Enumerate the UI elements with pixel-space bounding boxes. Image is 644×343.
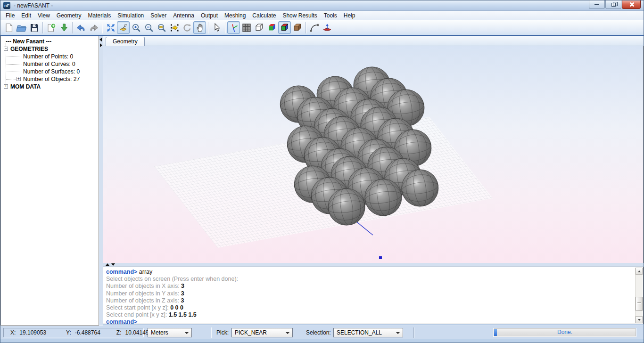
scrollbar-grip [637,302,641,304]
progress-text: Done. [494,329,636,335]
import-button[interactable] [58,21,70,34]
green-down-arrow-icon [58,22,70,33]
console-line: command> [106,318,643,324]
tree-line [6,79,17,80]
toolbar-separator [102,22,102,33]
redo-icon [88,22,99,33]
expand-expander[interactable]: + [4,84,8,89]
splitter-down-icon[interactable] [111,263,115,266]
title-bar: nF - newFASANT - [0,0,644,11]
console-line: Number of objects in Y axis: 3 [106,290,643,297]
flat-edges-view-button[interactable] [278,21,291,34]
textured-view-button[interactable] [291,21,304,34]
collapse-expander[interactable]: − [4,47,8,51]
menu-bar: File Edit View Geometry Materials Simula… [0,11,644,20]
redo-button[interactable] [87,21,100,34]
menu-materials[interactable]: Materials [85,11,115,20]
menu-help[interactable]: Help [340,11,359,20]
console-line: Select start point [x y z]: 0 0 0 [106,304,643,311]
tree-item-geometries[interactable]: GEOMETRIES [10,45,48,53]
console-prompt: Number of objects in X axis: [106,283,180,289]
wireframe-cube-icon [254,22,265,33]
zoom-window-button[interactable] [155,21,168,34]
menu-file[interactable]: File [2,11,18,20]
console-scrollbar[interactable] [635,268,643,323]
pan-button[interactable] [193,21,206,34]
wireframe-view-button[interactable] [253,21,265,34]
units-value: Meters [151,329,168,336]
grid-toggle-button[interactable] [240,21,253,34]
save-icon [29,22,40,33]
restore-button[interactable] [605,0,621,9]
new-file-button[interactable] [2,21,15,34]
tab-geometry[interactable]: Geometry [106,37,145,46]
menu-solver[interactable]: Solver [147,11,170,20]
undo-button[interactable] [74,21,87,34]
tree-item-points[interactable]: Number of Points: 0 [23,53,73,60]
grid-icon [241,22,252,33]
units-dropdown[interactable]: Meters [148,328,192,337]
curve-icon [309,22,320,33]
menu-meshing[interactable]: Meshing [221,11,249,20]
zoom-in-button[interactable] [130,21,142,34]
console-value: 0 0 0 [169,304,183,311]
menu-view[interactable]: View [34,11,53,20]
minimize-button[interactable] [589,0,605,9]
zoom-fit-button[interactable] [104,21,117,34]
menu-geometry[interactable]: Geometry [53,11,85,20]
flat-view-button[interactable] [265,21,278,34]
close-icon [629,2,634,7]
app-icon: nF [3,2,10,9]
menu-simulation[interactable]: Simulation [114,11,147,20]
menu-output[interactable]: Output [198,11,221,20]
tree-item-mom-data[interactable]: MOM DATA [10,83,41,90]
command-input[interactable]: command> [106,318,137,324]
tree-root[interactable]: --- New Fasant --- [6,38,51,45]
pick-dropdown[interactable]: PICK_NEAR [231,328,293,337]
flat-cube-icon [266,22,278,33]
save-button[interactable] [28,21,41,34]
menu-tools[interactable]: Tools [321,11,340,20]
menu-show-results[interactable]: Show Results [279,11,320,20]
close-button[interactable] [622,0,641,9]
menu-edit[interactable]: Edit [18,11,34,20]
surface-normals-button[interactable] [321,21,333,34]
open-folder-icon [16,22,27,33]
viewport[interactable] [103,46,644,263]
y-label: Y: [66,329,71,336]
horizontal-splitter[interactable] [103,263,644,267]
tree-item-surfaces[interactable]: Number of Surfaces: 0 [23,68,80,75]
toolbar-separator [42,22,43,33]
tree-item-objects[interactable]: Number of Objects: 27 [23,75,80,83]
console-value: 3 [180,283,184,289]
zoom-selection-button[interactable] [168,21,181,34]
scrollbar-thumb[interactable] [636,297,643,311]
zoom-out-button[interactable] [142,21,155,34]
menu-calculate[interactable]: Calculate [249,11,279,20]
rotate-view-button[interactable] [181,21,193,34]
viewport-canvas[interactable] [103,46,643,263]
expand-expander[interactable]: + [17,77,21,81]
new-file-icon [3,22,15,33]
perspective-view-button[interactable] [117,21,130,34]
axes-icon [228,22,239,33]
collapse-left-icon[interactable] [99,38,102,41]
page-plus-icon [46,22,57,33]
collapse-right-icon[interactable] [100,43,102,47]
command-console[interactable]: command> array Select objects on screen … [103,267,644,324]
menu-antenna[interactable]: Antenna [170,11,198,20]
curvature-button[interactable] [308,21,321,34]
vertical-splitter[interactable] [99,36,103,326]
select-button[interactable] [210,21,223,34]
console-line: command> array [106,269,643,276]
splitter-up-icon[interactable] [106,263,109,266]
add-geometry-button[interactable] [45,21,58,34]
tree-item-curves[interactable]: Number of Curves: 0 [23,60,75,68]
toolbar [0,20,644,36]
open-file-button[interactable] [15,21,28,34]
axes-toggle-button[interactable] [227,21,240,34]
textured-cube-icon [292,22,303,33]
scroll-down-button[interactable] [636,316,643,323]
scroll-up-button[interactable] [636,268,643,275]
selection-dropdown[interactable]: SELECTION_ALL [333,328,403,337]
